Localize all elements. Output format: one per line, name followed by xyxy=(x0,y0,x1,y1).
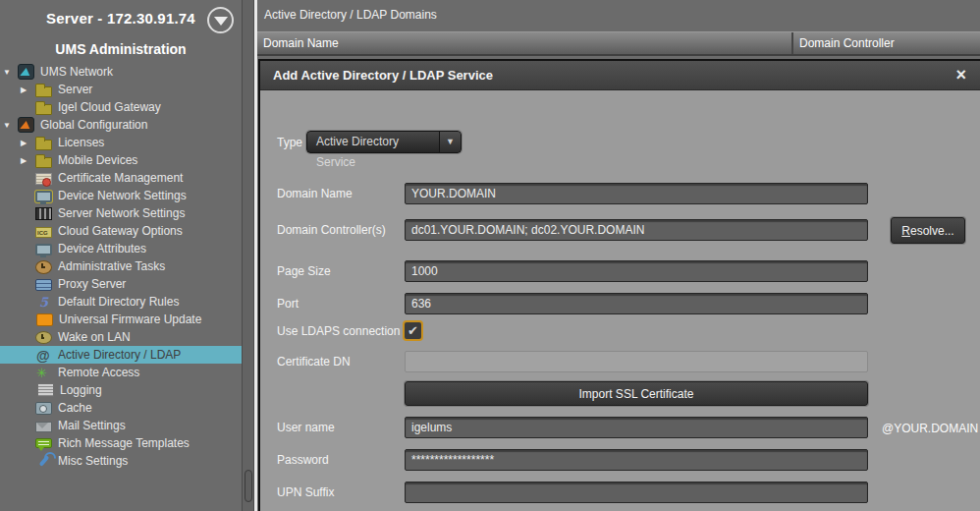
use-ldaps-checkbox[interactable]: ✔ xyxy=(403,320,423,341)
password-label: Password xyxy=(277,453,329,467)
panel-title: Active Directory / LDAP Domains xyxy=(264,8,437,22)
sidebar-item-label: Licenses xyxy=(57,136,104,149)
sidebar-item-label: Rich Message Templates xyxy=(57,436,190,450)
logging-document-icon xyxy=(37,383,54,397)
domain-controllers-input[interactable] xyxy=(405,219,868,241)
expand-arrow-icon[interactable]: ▶ xyxy=(21,156,35,165)
sidebar-item-cloud-gateway-options[interactable]: Cloud Gateway Options xyxy=(0,222,242,240)
active-directory-at-icon xyxy=(35,347,52,363)
device-monitor-icon xyxy=(35,191,52,202)
domain-name-input[interactable] xyxy=(405,183,868,204)
sidebar-scrollbar-thumb[interactable] xyxy=(245,470,252,502)
sidebar-item-remote-access[interactable]: Remote Access xyxy=(0,364,242,381)
user-name-label: User name xyxy=(277,421,335,434)
column-header-domain-name[interactable]: Domain Name xyxy=(257,32,791,54)
sidebar-item-mobile-devices[interactable]: ▶Mobile Devices xyxy=(0,151,242,169)
password-input[interactable] xyxy=(405,449,868,471)
certificate-icon xyxy=(35,173,52,185)
type-select[interactable]: Active Directory Service ▼ xyxy=(306,131,462,153)
sidebar-item-device-network-settings[interactable]: Device Network Settings xyxy=(0,187,242,204)
sidebar-item-label: Default Directory Rules xyxy=(57,295,179,309)
column-header-domain-controller[interactable]: Domain Controller xyxy=(791,32,980,54)
sidebar-item-label: Remote Access xyxy=(57,366,139,379)
proxy-server-icon xyxy=(35,279,52,291)
folder-icon xyxy=(35,140,52,150)
resolve-button[interactable]: Resolve... xyxy=(891,217,965,244)
sidebar-item-logging[interactable]: Logging xyxy=(0,381,242,399)
expand-arrow-icon[interactable]: ▶ xyxy=(21,85,35,94)
global-config-logo-icon xyxy=(18,117,34,133)
sidebar-scrollbar-track[interactable] xyxy=(242,0,254,511)
upn-suffix-label: UPN Suffix xyxy=(277,485,334,499)
type-label: Type xyxy=(277,136,302,149)
sidebar-item-label: Misc Settings xyxy=(57,454,128,468)
sidebar-item-misc-settings[interactable]: Misc Settings xyxy=(0,452,242,470)
folder-icon xyxy=(35,86,52,97)
mail-envelope-icon xyxy=(35,422,52,432)
sidebar-item-wake-on-lan[interactable]: Wake on LAN xyxy=(0,328,242,346)
sidebar-item-label: Logging xyxy=(59,383,102,397)
collapse-arrow-icon[interactable]: ▼ xyxy=(3,68,18,77)
sidebar-item-label: Device Network Settings xyxy=(57,189,187,202)
server-network-icon xyxy=(35,207,52,220)
sidebar-item-server[interactable]: ▶Server xyxy=(0,81,242,98)
import-ssl-certificate-button[interactable]: Import SSL Certificate xyxy=(405,381,868,406)
upn-domain-suffix-text: @YOUR.DOMAIN xyxy=(882,422,978,435)
device-attributes-monitor-icon xyxy=(35,244,52,256)
checkmark-icon: ✔ xyxy=(405,322,421,339)
collapse-arrow-icon[interactable]: ▼ xyxy=(3,121,18,130)
sidebar-item-label: Server xyxy=(57,83,92,96)
sidebar-item-default-directory-rules[interactable]: Default Directory Rules xyxy=(0,293,242,311)
sidebar-item-licenses[interactable]: ▶Licenses xyxy=(0,134,242,151)
user-name-input[interactable] xyxy=(405,417,868,438)
navigation-tree: ▼UMS Network▶ServerIgel Cloud Gateway▼Gl… xyxy=(0,63,242,470)
close-icon[interactable]: × xyxy=(955,61,966,88)
sidebar-item-server-network-settings[interactable]: Server Network Settings xyxy=(0,204,242,222)
sidebar-item-certificate-management[interactable]: Certificate Management xyxy=(0,169,242,187)
sidebar-item-label: Wake on LAN xyxy=(57,330,131,344)
dropdown-arrow-icon[interactable]: ▼ xyxy=(439,132,461,152)
page-size-input[interactable] xyxy=(405,260,868,282)
domains-table-header: Domain Name Domain Controller xyxy=(257,31,980,56)
page-size-label: Page Size xyxy=(277,264,331,278)
folder-icon xyxy=(35,157,52,168)
use-ldaps-label: Use LDAPS connection xyxy=(277,324,400,338)
firmware-update-icon xyxy=(36,313,53,326)
port-input[interactable] xyxy=(405,293,868,314)
sidebar-item-label: Universal Firmware Update xyxy=(58,312,201,326)
sidebar-item-mail-settings[interactable]: Mail Settings xyxy=(0,417,242,434)
sidebar-item-administrative-tasks[interactable]: Administrative Tasks xyxy=(0,257,242,275)
chevron-down-icon xyxy=(214,17,228,26)
sidebar-item-device-attributes[interactable]: Device Attributes xyxy=(0,240,242,257)
cache-disk-icon xyxy=(35,402,52,415)
sidebar-item-label: Igel Cloud Gateway xyxy=(57,100,161,114)
sidebar-item-rich-message-templates[interactable]: Rich Message Templates xyxy=(0,434,242,452)
rich-message-bubble-icon xyxy=(35,438,52,448)
sidebar-item-label: Active Directory / LDAP xyxy=(57,348,181,362)
sidebar-item-cache[interactable]: Cache xyxy=(0,399,242,417)
sidebar-item-active-directory-ldap[interactable]: Active Directory / LDAP xyxy=(0,346,242,364)
server-dropdown-button[interactable] xyxy=(207,7,234,33)
remote-access-star-icon xyxy=(35,365,52,380)
server-title: Server - 172.30.91.74 xyxy=(0,10,242,27)
sidebar: Server - 172.30.91.74 UMS Administration… xyxy=(0,0,242,511)
port-label: Port xyxy=(277,297,299,311)
misc-settings-wrench-icon xyxy=(35,453,52,469)
sidebar-item-label: Server Network Settings xyxy=(57,206,185,220)
type-select-value: Active Directory Service xyxy=(307,132,439,152)
sidebar-item-label: Certificate Management xyxy=(57,171,183,185)
add-ad-ldap-service-dialog: Add Active Directory / LDAP Service × Ty… xyxy=(258,59,980,511)
sidebar-item-universal-firmware-update[interactable]: Universal Firmware Update xyxy=(0,311,242,328)
ums-network-logo-icon xyxy=(18,64,34,80)
upn-suffix-input[interactable] xyxy=(405,482,868,503)
icg-badge-icon xyxy=(35,227,52,238)
sidebar-item-label: Cloud Gateway Options xyxy=(57,224,183,238)
sidebar-item-global-configuration[interactable]: ▼Global Configuration xyxy=(0,116,242,134)
sidebar-item-ums-network[interactable]: ▼UMS Network xyxy=(0,63,242,81)
sidebar-item-proxy-server[interactable]: Proxy Server xyxy=(0,275,242,293)
wake-on-lan-alarm-icon xyxy=(35,331,52,344)
sidebar-item-igel-cloud-gateway[interactable]: Igel Cloud Gateway xyxy=(0,98,242,116)
dialog-title: Add Active Directory / LDAP Service xyxy=(273,61,493,90)
expand-arrow-icon[interactable]: ▶ xyxy=(21,139,35,147)
sidebar-item-label: Proxy Server xyxy=(57,277,126,291)
